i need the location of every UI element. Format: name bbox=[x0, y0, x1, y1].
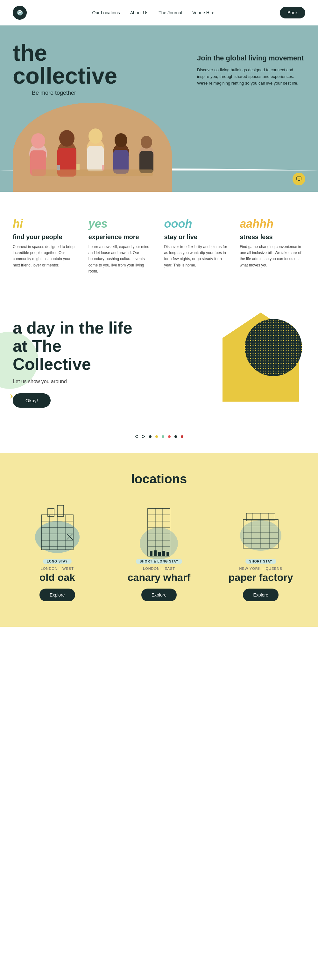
svg-rect-58 bbox=[166, 552, 169, 556]
locations-section: locations bbox=[0, 453, 318, 627]
canary-wharf-tag: SHORT & LONG STAY bbox=[136, 559, 182, 564]
carousel-dot-1[interactable] bbox=[149, 435, 152, 438]
locations-title: locations bbox=[13, 472, 305, 486]
svg-rect-54 bbox=[150, 551, 152, 556]
nav-links: Our Locations About Us The Journal Venue… bbox=[92, 10, 214, 15]
feature-title-2: experience more bbox=[88, 233, 154, 241]
feature-desc-1: Connect in spaces designed to bring incr… bbox=[13, 244, 78, 268]
day-subtitle: Let us show you around bbox=[13, 379, 305, 385]
old-oak-explore-button[interactable]: Explore bbox=[40, 589, 75, 601]
feature-title-4: stress less bbox=[240, 233, 305, 241]
feature-word-1: hi bbox=[13, 217, 78, 231]
feature-find-people: hi find your people Connect in spaces de… bbox=[13, 217, 78, 274]
feature-desc-4: Find game-changing convenience in one al… bbox=[240, 244, 305, 268]
old-oak-illustration bbox=[32, 502, 83, 553]
feature-stay-or-live: oooh stay or live Discover true flexibil… bbox=[164, 217, 230, 274]
paper-factory-region: NEW YORK – QUEENS bbox=[216, 566, 305, 570]
canary-wharf-region: LONDON – EAST bbox=[115, 566, 204, 570]
carousel-next[interactable]: > bbox=[142, 433, 145, 440]
carousel-dot-2[interactable] bbox=[155, 435, 158, 438]
canary-wharf-illustration bbox=[133, 502, 184, 553]
carousel-prev[interactable]: < bbox=[135, 433, 138, 440]
day-content: a day in the life at The Collective Let … bbox=[13, 319, 305, 408]
nav-our-locations[interactable]: Our Locations bbox=[92, 10, 120, 15]
paper-factory-tag: SHORT STAY bbox=[245, 559, 276, 564]
day-cta-button[interactable]: Okay! bbox=[13, 393, 51, 408]
feature-experience-more: yes experience more Learn a new skill, e… bbox=[88, 217, 154, 274]
svg-rect-23 bbox=[297, 177, 301, 180]
feature-title-3: stay or live bbox=[164, 233, 230, 241]
day-section: › › a day in the life at The Collective … bbox=[0, 293, 318, 427]
feature-desc-2: Learn a new skill, expand your mind and … bbox=[88, 244, 154, 274]
carousel-dot-5[interactable] bbox=[174, 435, 177, 438]
feature-word-4: aahhh bbox=[240, 217, 305, 231]
hero-right-panel: Join the global living movement Discover… bbox=[197, 41, 305, 96]
nav-venue-hire[interactable]: Venue Hire bbox=[192, 10, 214, 15]
canary-wharf-name: canary wharf bbox=[115, 572, 204, 584]
nav-about-us[interactable]: About Us bbox=[130, 10, 149, 15]
carousel-dot-4[interactable] bbox=[168, 435, 171, 438]
carousel-dot-6[interactable] bbox=[181, 435, 183, 438]
paper-factory-explore-button[interactable]: Explore bbox=[243, 589, 278, 601]
carousel-navigation: < > bbox=[0, 427, 318, 453]
svg-rect-56 bbox=[158, 552, 161, 556]
old-oak-region: LONDON – WEST bbox=[13, 566, 102, 570]
svg-rect-40 bbox=[48, 508, 54, 516]
hero-photo-oval bbox=[13, 103, 172, 192]
location-paper-factory: SHORT STAY NEW YORK – QUEENS paper facto… bbox=[216, 502, 305, 601]
logo[interactable] bbox=[13, 6, 27, 20]
hero-subtitle: Be more together bbox=[32, 90, 197, 96]
feature-desc-3: Discover true flexibility and join us fo… bbox=[164, 244, 230, 268]
paper-factory-name: paper factory bbox=[216, 572, 305, 584]
feature-stress-less: aahhh stress less Find game-changing con… bbox=[240, 217, 305, 274]
svg-rect-55 bbox=[154, 550, 157, 556]
hero-title: the collective bbox=[13, 41, 197, 87]
carousel-dot-3[interactable] bbox=[162, 435, 164, 438]
hero-section: the collective Be more together Join the… bbox=[0, 25, 318, 192]
svg-rect-57 bbox=[162, 551, 165, 556]
nav-the-journal[interactable]: The Journal bbox=[158, 10, 182, 15]
feature-word-2: yes bbox=[88, 217, 154, 231]
feature-word-3: oooh bbox=[164, 217, 230, 231]
paper-factory-illustration bbox=[235, 502, 286, 553]
location-canary-wharf: SHORT & LONG STAY LONDON – EAST canary w… bbox=[115, 502, 204, 601]
day-title: a day in the life at The Collective bbox=[13, 319, 134, 374]
canary-wharf-explore-button[interactable]: Explore bbox=[141, 589, 177, 601]
hero-photo bbox=[0, 103, 318, 192]
book-button[interactable]: Book bbox=[280, 7, 305, 18]
features-section: hi find your people Connect in spaces de… bbox=[0, 192, 318, 293]
navigation: Our Locations About Us The Journal Venue… bbox=[0, 0, 318, 25]
hero-left: the collective Be more together bbox=[13, 41, 197, 96]
hero-description: Discover co-living buildings designed to… bbox=[197, 67, 305, 86]
svg-rect-22 bbox=[13, 103, 172, 192]
location-old-oak: LONG STAY LONDON – WEST old oak Explore bbox=[13, 502, 102, 601]
locations-grid: LONG STAY LONDON – WEST old oak Explore bbox=[13, 502, 305, 601]
old-oak-tag: LONG STAY bbox=[43, 559, 72, 564]
hero-tagline: Join the global living movement bbox=[197, 54, 305, 62]
old-oak-name: old oak bbox=[13, 572, 102, 584]
feature-title-1: find your people bbox=[13, 233, 78, 241]
feedback-icon[interactable] bbox=[292, 173, 305, 185]
